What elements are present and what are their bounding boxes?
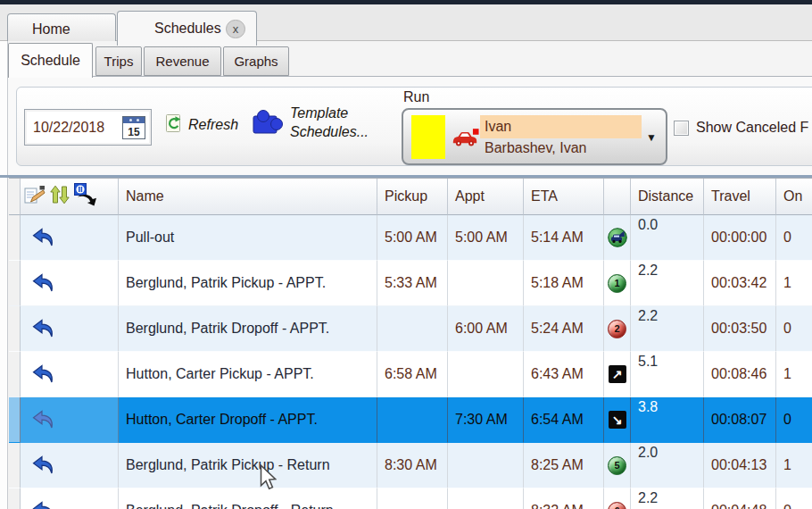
header-on[interactable]: On <box>776 179 812 215</box>
table-row[interactable]: Hutton, Carter Pickup - APPT. 6:58 AM 6:… <box>9 352 812 397</box>
tab-revenue-label: Revenue <box>155 54 209 69</box>
pullout-car-icon <box>604 215 631 261</box>
document-tab-bar: Home Schedules x <box>0 4 812 41</box>
eta-time: 6:43 AM <box>524 352 604 397</box>
run-color-swatch <box>411 115 445 159</box>
run-name: Ivan <box>480 115 642 138</box>
distance: 2.0 <box>631 443 704 488</box>
distance: 5.1 <box>631 352 704 397</box>
eta-time: 6:54 AM <box>524 397 604 443</box>
stop-number: 2 <box>608 320 626 338</box>
eta-time: 5:18 AM <box>524 261 604 306</box>
header-appt[interactable]: Appt <box>448 179 524 215</box>
tab-schedules-label: Schedules <box>154 21 221 37</box>
undo-arrow-icon <box>21 352 119 397</box>
eta-time: 5:24 AM <box>524 306 604 352</box>
arrow-se-icon: ↘ <box>604 397 631 443</box>
tab-schedules[interactable]: Schedules x <box>117 11 257 46</box>
tab-trips[interactable]: Trips <box>95 46 142 76</box>
row-gutter <box>9 352 21 397</box>
eta-time: 5:14 AM <box>524 215 604 261</box>
travel-time: 00:04:48 <box>704 488 776 509</box>
on-board: 1 <box>776 443 812 488</box>
arrow-se-glyph: ↘ <box>609 411 626 429</box>
undo-arrow-icon <box>21 397 119 443</box>
run-driver-name: Barbashev, Ivan <box>485 140 586 156</box>
on-board: 1 <box>776 352 812 397</box>
tab-schedule-label: Schedule <box>21 53 80 69</box>
mouse-cursor <box>260 464 277 494</box>
calendar-icon[interactable]: 15 <box>122 116 145 139</box>
tab-trips-label: Trips <box>104 54 134 69</box>
undo-arrow-icon <box>21 488 119 509</box>
run-dropdown[interactable]: Ivan Barbashev, Ivan ▼ <box>402 108 667 165</box>
stop-number-icon: 6 <box>604 488 631 509</box>
schedule-grid: Name Pickup Appt ETA Distance Travel On … <box>9 178 812 509</box>
row-gutter <box>9 306 21 352</box>
distance: 2.2 <box>631 488 704 509</box>
show-canceled-label: Show Canceled F <box>696 120 808 136</box>
header-pickup[interactable]: Pickup <box>377 179 448 215</box>
undo-arrow-icon <box>21 261 119 306</box>
tab-schedule[interactable]: Schedule <box>8 43 93 78</box>
on-board: 0 <box>776 215 812 261</box>
appt-time <box>448 443 524 488</box>
edit-assign-icon[interactable] <box>24 185 46 208</box>
tab-home[interactable]: Home <box>7 13 116 44</box>
row-gutter <box>9 488 21 509</box>
undo-arrow-icon <box>21 306 119 352</box>
template-schedules-label: Template Schedules... <box>290 104 384 141</box>
refresh-button[interactable]: Refresh <box>164 114 238 136</box>
show-canceled-checkbox[interactable] <box>674 121 689 136</box>
sort-arrows-icon[interactable] <box>50 185 70 208</box>
chevron-down-icon[interactable]: ▼ <box>646 131 657 144</box>
stop-number: 1 <box>608 274 626 293</box>
trip-name: Hutton, Carter Dropoff - APPT. <box>119 397 377 443</box>
header-stop-icon[interactable] <box>604 179 631 215</box>
date-picker[interactable]: 10/22/2018 15 <box>24 109 152 146</box>
grid-header-row: Name Pickup Appt ETA Distance Travel On <box>9 179 812 215</box>
arrow-ne-glyph: ↗ <box>609 365 626 383</box>
travel-time: 00:03:50 <box>704 306 776 352</box>
table-row[interactable]: Pull-out 5:00 AM 5:00 AM 5:14 AM 0.0 00:… <box>9 215 812 261</box>
stop-number-icon: 1 <box>604 261 631 306</box>
tab-graphs[interactable]: Graphs <box>223 46 289 76</box>
undo-arrow-icon <box>21 443 119 488</box>
arrow-ne-icon: ↗ <box>604 352 631 397</box>
tab-revenue[interactable]: Revenue <box>144 46 221 76</box>
table-row[interactable]: Berglund, Patrik Dropoff - Return 8:32 A… <box>9 488 812 509</box>
on-board: 0 <box>776 488 812 509</box>
travel-time: 00:04:13 <box>704 443 776 488</box>
pickup-time <box>377 397 448 443</box>
table-row[interactable]: Berglund, Patrik Dropoff - APPT. 6:00 AM… <box>9 306 812 352</box>
header-name[interactable]: Name <box>119 179 377 215</box>
move-pause-arrow-icon[interactable] <box>74 183 98 211</box>
pickup-time <box>377 306 448 352</box>
header-distance[interactable]: Distance <box>631 179 704 215</box>
pickup-time: 5:00 AM <box>377 215 448 261</box>
header-eta[interactable]: ETA <box>524 179 604 215</box>
trip-name: Hutton, Carter Pickup - APPT. <box>119 352 377 397</box>
on-board: 0 <box>776 397 812 443</box>
run-label: Run <box>403 89 429 105</box>
table-row[interactable]: Berglund, Patrik Pickup - Return 8:30 AM… <box>9 443 812 488</box>
travel-time: 00:08:07 <box>704 397 776 443</box>
template-schedules-button[interactable]: Template Schedules... <box>252 104 384 141</box>
undo-arrow-icon <box>21 215 119 261</box>
appt-time <box>448 261 524 306</box>
distance: 2.2 <box>631 261 704 306</box>
table-row[interactable]: Berglund, Patrik Pickup - APPT. 5:33 AM … <box>9 261 812 306</box>
header-travel[interactable]: Travel <box>704 179 776 215</box>
table-row-selected[interactable]: Hutton, Carter Dropoff - APPT. 7:30 AM 6… <box>9 397 812 443</box>
stop-number: 5 <box>608 456 626 475</box>
trip-name: Berglund, Patrik Dropoff - APPT. <box>119 306 377 352</box>
row-gutter <box>9 397 21 443</box>
eta-time: 8:25 AM <box>524 443 604 488</box>
travel-time: 00:08:46 <box>704 352 776 397</box>
show-canceled-option[interactable]: Show Canceled F <box>674 117 812 138</box>
trip-name: Berglund, Patrik Pickup - APPT. <box>119 261 377 306</box>
close-tab-icon[interactable]: x <box>226 20 245 38</box>
appt-time: 7:30 AM <box>448 397 524 443</box>
appt-time: 6:00 AM <box>448 306 524 352</box>
tab-home-label: Home <box>32 21 70 38</box>
